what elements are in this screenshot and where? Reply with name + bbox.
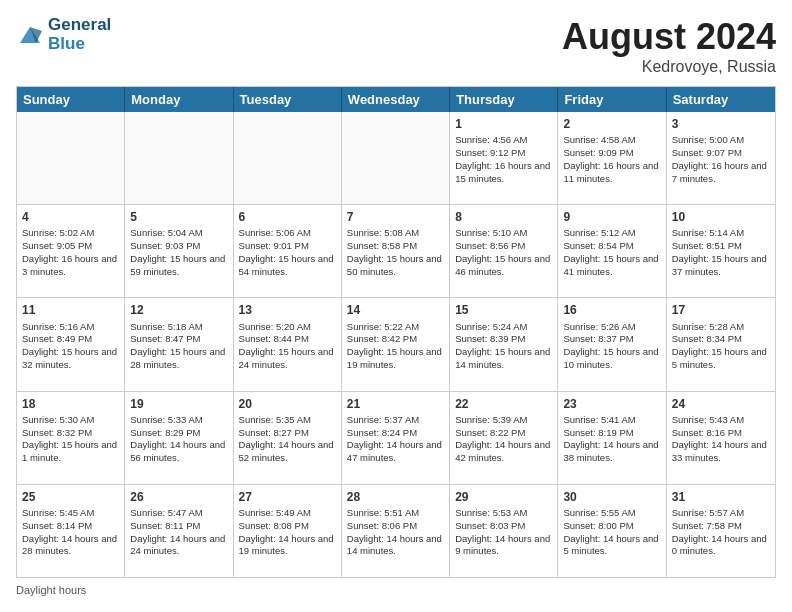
day-info-line: Daylight: 15 hours and 59 minutes. [130, 253, 227, 279]
day-info-line: Sunrise: 5:16 AM [22, 321, 119, 334]
calendar-day-18: 18Sunrise: 5:30 AMSunset: 8:32 PMDayligh… [17, 392, 125, 484]
day-info-line: Sunset: 9:09 PM [563, 147, 660, 160]
day-info-line: Daylight: 16 hours and 11 minutes. [563, 160, 660, 186]
title-location: Kedrovoye, Russia [562, 58, 776, 76]
day-number-28: 28 [347, 489, 444, 505]
day-info-line: Daylight: 14 hours and 47 minutes. [347, 439, 444, 465]
day-info-line: Sunset: 8:32 PM [22, 427, 119, 440]
day-number-4: 4 [22, 209, 119, 225]
day-info-line: Daylight: 15 hours and 50 minutes. [347, 253, 444, 279]
day-info-line: Daylight: 14 hours and 0 minutes. [672, 533, 770, 559]
day-info-line: Daylight: 15 hours and 37 minutes. [672, 253, 770, 279]
day-info-line: Sunrise: 5:57 AM [672, 507, 770, 520]
day-info-line: Sunrise: 5:00 AM [672, 134, 770, 147]
day-info-line: Sunrise: 5:45 AM [22, 507, 119, 520]
calendar-day-6: 6Sunrise: 5:06 AMSunset: 9:01 PMDaylight… [234, 205, 342, 297]
day-number-23: 23 [563, 396, 660, 412]
calendar-day-14: 14Sunrise: 5:22 AMSunset: 8:42 PMDayligh… [342, 298, 450, 390]
day-number-7: 7 [347, 209, 444, 225]
calendar-day-26: 26Sunrise: 5:47 AMSunset: 8:11 PMDayligh… [125, 485, 233, 577]
day-number-16: 16 [563, 302, 660, 318]
calendar-day-8: 8Sunrise: 5:10 AMSunset: 8:56 PMDaylight… [450, 205, 558, 297]
header-friday: Friday [558, 87, 666, 112]
day-number-27: 27 [239, 489, 336, 505]
day-info-line: Daylight: 14 hours and 9 minutes. [455, 533, 552, 559]
day-info-line: Sunrise: 5:55 AM [563, 507, 660, 520]
calendar-empty-0-3 [342, 112, 450, 204]
day-info-line: Sunset: 8:24 PM [347, 427, 444, 440]
day-info-line: Sunset: 8:08 PM [239, 520, 336, 533]
day-number-30: 30 [563, 489, 660, 505]
day-info-line: Sunrise: 5:08 AM [347, 227, 444, 240]
header-monday: Monday [125, 87, 233, 112]
day-info-line: Sunset: 8:37 PM [563, 333, 660, 346]
day-info-line: Sunset: 8:16 PM [672, 427, 770, 440]
day-info-line: Sunrise: 5:35 AM [239, 414, 336, 427]
calendar-day-19: 19Sunrise: 5:33 AMSunset: 8:29 PMDayligh… [125, 392, 233, 484]
day-info-line: Sunset: 8:34 PM [672, 333, 770, 346]
day-info-line: Sunrise: 5:22 AM [347, 321, 444, 334]
calendar-day-23: 23Sunrise: 5:41 AMSunset: 8:19 PMDayligh… [558, 392, 666, 484]
title-block: August 2024 Kedrovoye, Russia [562, 16, 776, 76]
day-info-line: Sunset: 8:39 PM [455, 333, 552, 346]
day-info-line: Daylight: 16 hours and 15 minutes. [455, 160, 552, 186]
day-info-line: Sunset: 8:58 PM [347, 240, 444, 253]
footer: Daylight hours [16, 584, 776, 596]
day-number-20: 20 [239, 396, 336, 412]
day-number-13: 13 [239, 302, 336, 318]
day-info-line: Daylight: 14 hours and 5 minutes. [563, 533, 660, 559]
day-info-line: Daylight: 14 hours and 14 minutes. [347, 533, 444, 559]
day-info-line: Daylight: 15 hours and 14 minutes. [455, 346, 552, 372]
day-info-line: Sunset: 8:56 PM [455, 240, 552, 253]
day-info-line: Sunrise: 5:37 AM [347, 414, 444, 427]
header: General Blue August 2024 Kedrovoye, Russ… [16, 16, 776, 76]
calendar-day-5: 5Sunrise: 5:04 AMSunset: 9:03 PMDaylight… [125, 205, 233, 297]
day-info-line: Sunset: 8:22 PM [455, 427, 552, 440]
day-info-line: Daylight: 16 hours and 3 minutes. [22, 253, 119, 279]
day-info-line: Sunset: 9:07 PM [672, 147, 770, 160]
day-info-line: Sunset: 8:44 PM [239, 333, 336, 346]
calendar-day-9: 9Sunrise: 5:12 AMSunset: 8:54 PMDaylight… [558, 205, 666, 297]
day-number-8: 8 [455, 209, 552, 225]
day-info-line: Sunset: 8:27 PM [239, 427, 336, 440]
day-info-line: Sunset: 8:19 PM [563, 427, 660, 440]
day-info-line: Sunset: 8:11 PM [130, 520, 227, 533]
calendar: Sunday Monday Tuesday Wednesday Thursday… [16, 86, 776, 578]
day-number-18: 18 [22, 396, 119, 412]
day-info-line: Daylight: 15 hours and 10 minutes. [563, 346, 660, 372]
page: General Blue August 2024 Kedrovoye, Russ… [0, 0, 792, 612]
day-number-22: 22 [455, 396, 552, 412]
calendar-empty-0-1 [125, 112, 233, 204]
calendar-day-24: 24Sunrise: 5:43 AMSunset: 8:16 PMDayligh… [667, 392, 775, 484]
day-number-11: 11 [22, 302, 119, 318]
day-info-line: Daylight: 14 hours and 56 minutes. [130, 439, 227, 465]
day-info-line: Daylight: 15 hours and 41 minutes. [563, 253, 660, 279]
day-number-29: 29 [455, 489, 552, 505]
logo-icon [16, 21, 44, 49]
day-info-line: Daylight: 14 hours and 38 minutes. [563, 439, 660, 465]
day-info-line: Sunrise: 5:33 AM [130, 414, 227, 427]
day-info-line: Daylight: 15 hours and 24 minutes. [239, 346, 336, 372]
day-number-14: 14 [347, 302, 444, 318]
day-number-19: 19 [130, 396, 227, 412]
calendar-day-25: 25Sunrise: 5:45 AMSunset: 8:14 PMDayligh… [17, 485, 125, 577]
calendar-empty-0-0 [17, 112, 125, 204]
day-info-line: Sunset: 8:03 PM [455, 520, 552, 533]
day-number-25: 25 [22, 489, 119, 505]
day-number-9: 9 [563, 209, 660, 225]
day-info-line: Sunset: 9:03 PM [130, 240, 227, 253]
day-number-24: 24 [672, 396, 770, 412]
day-info-line: Sunrise: 5:14 AM [672, 227, 770, 240]
calendar-header: Sunday Monday Tuesday Wednesday Thursday… [17, 87, 775, 112]
day-number-10: 10 [672, 209, 770, 225]
day-info-line: Sunrise: 5:02 AM [22, 227, 119, 240]
day-info-line: Sunset: 9:12 PM [455, 147, 552, 160]
day-info-line: Sunrise: 5:53 AM [455, 507, 552, 520]
day-number-3: 3 [672, 116, 770, 132]
calendar-day-10: 10Sunrise: 5:14 AMSunset: 8:51 PMDayligh… [667, 205, 775, 297]
calendar-day-1: 1Sunrise: 4:56 AMSunset: 9:12 PMDaylight… [450, 112, 558, 204]
calendar-day-15: 15Sunrise: 5:24 AMSunset: 8:39 PMDayligh… [450, 298, 558, 390]
day-info-line: Sunrise: 5:28 AM [672, 321, 770, 334]
day-info-line: Sunset: 8:00 PM [563, 520, 660, 533]
day-info-line: Sunset: 7:58 PM [672, 520, 770, 533]
